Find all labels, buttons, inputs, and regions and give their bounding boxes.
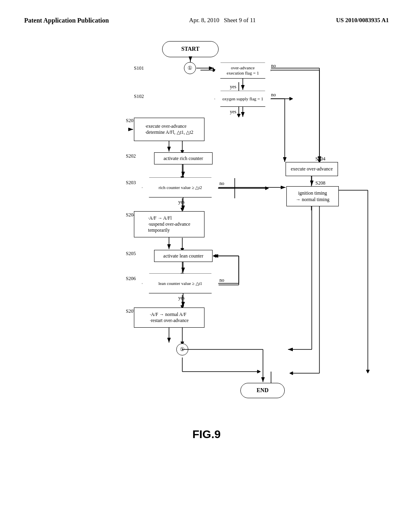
s102-no-label: no	[271, 92, 276, 98]
s204-box: ·A/F → A/Fl ·suspend over-advance tempor…	[134, 211, 204, 237]
svg-marker-44	[290, 372, 293, 375]
s102-label: S102	[134, 94, 144, 100]
s202-box: activate rich counter	[154, 152, 213, 164]
s101-label: S101	[134, 65, 144, 71]
s201-box: ·execute over-advance ·determine A/Fl, △…	[134, 118, 204, 141]
patent-number: US 2010/0083935 A1	[336, 17, 389, 23]
s203-diamond-text: rich counter value ≥ △t2	[142, 177, 219, 197]
s206-no-label: no	[219, 277, 224, 283]
svg-marker-9	[237, 114, 240, 117]
page: Patent Application Publication Apr. 8, 2…	[0, 0, 413, 532]
svg-marker-21	[181, 208, 184, 211]
s101-yes-label: yes	[230, 84, 236, 90]
s102-yes-label: yes	[230, 109, 236, 115]
s205-label: S205	[126, 251, 136, 257]
s206-diamond-container: lean counter value ≥ △t1	[142, 273, 219, 293]
svg-marker-11	[290, 97, 293, 100]
s205-box: activate lean counter	[154, 250, 213, 262]
flowchart-arrows	[65, 37, 348, 420]
s206-diamond-text: lean counter value ≥ △t1	[142, 273, 219, 293]
s101-no-label: no	[271, 63, 276, 69]
s101-diamond-text: over-advance execution flag = 1	[215, 62, 271, 79]
svg-marker-15	[366, 370, 369, 373]
end-node: END	[240, 383, 285, 398]
diagram-area: START ① S101 over-advance execution flag…	[24, 37, 389, 420]
header-right: US 2010/0083935 A1	[336, 16, 389, 25]
svg-marker-41	[257, 370, 261, 373]
pub-date: Apr. 8, 2010	[189, 17, 219, 23]
s203-no-label: no	[219, 181, 224, 187]
s101-diamond-container: over-advance execution flag = 1	[215, 62, 271, 79]
s206-label: S206	[126, 276, 136, 282]
s208-label: S208	[315, 180, 325, 186]
s203-yes-label: yes	[178, 199, 185, 205]
svg-marker-37	[265, 187, 269, 190]
circle-1-top: ①	[184, 62, 196, 74]
s206-yes-label: yes	[178, 295, 185, 301]
circle-2-bottom: ①	[176, 343, 188, 355]
start-node: START	[162, 41, 219, 57]
s102-diamond-text: oxygen supply flag = 1	[215, 91, 271, 107]
s104-label: S104	[315, 156, 325, 162]
header-left: Patent Application Publication	[24, 16, 109, 25]
figure-label: FIG.9	[24, 428, 389, 441]
publication-title: Patent Application Publication	[24, 17, 109, 24]
s203-label: S203	[126, 180, 136, 186]
s203-diamond-container: rich counter value ≥ △t2	[142, 177, 219, 197]
header-center: Apr. 8, 2010 Sheet 9 of 11	[189, 16, 256, 25]
s104-box: execute over-advance	[286, 162, 338, 176]
sheet-info: Sheet 9 of 11	[224, 17, 256, 23]
s208-box: ignition timing → normal timing	[286, 186, 339, 206]
s202-label: S202	[126, 153, 136, 159]
svg-marker-33	[213, 254, 216, 258]
flowchart-svg	[65, 37, 348, 420]
header: Patent Application Publication Apr. 8, 2…	[24, 16, 389, 25]
s207-box: ·A/F → normal A/F ·restart over-advance	[134, 308, 204, 328]
flowchart-diagram: START ① S101 over-advance execution flag…	[65, 37, 348, 420]
s102-diamond-container: oxygen supply flag = 1	[215, 91, 271, 107]
